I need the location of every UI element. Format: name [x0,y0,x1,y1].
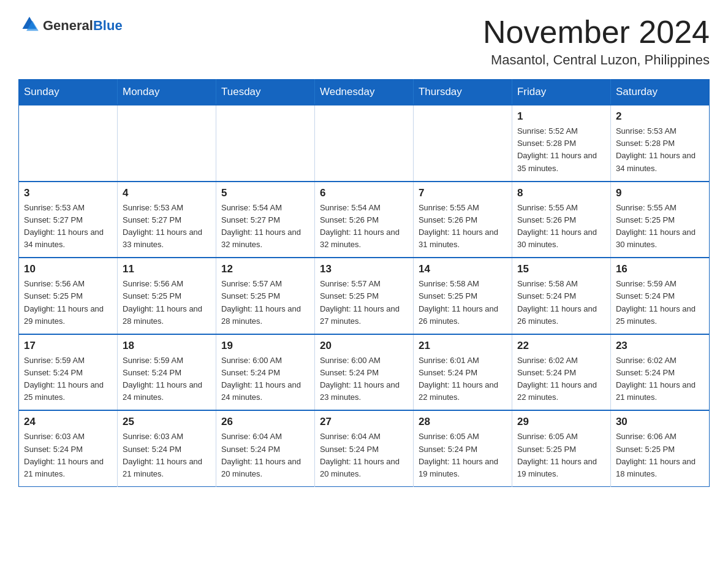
calendar-cell [216,105,314,182]
day-info: Sunrise: 5:58 AMSunset: 5:25 PMDaylight:… [419,278,507,327]
day-info: Sunrise: 5:57 AMSunset: 5:25 PMDaylight:… [320,278,408,327]
day-number: 15 [517,263,605,275]
day-info: Sunrise: 6:04 AMSunset: 5:24 PMDaylight:… [221,431,309,480]
day-info: Sunrise: 6:00 AMSunset: 5:24 PMDaylight:… [221,354,309,404]
day-number: 16 [616,263,704,275]
weekday-header-tuesday: Tuesday [216,80,314,105]
day-info: Sunrise: 6:06 AMSunset: 5:25 PMDaylight:… [616,431,704,480]
calendar-cell [117,105,216,182]
calendar-cell: 11Sunrise: 5:56 AMSunset: 5:25 PMDayligh… [117,258,216,334]
day-info: Sunrise: 5:58 AMSunset: 5:24 PMDaylight:… [517,278,605,327]
day-number: 2 [616,110,704,123]
day-number: 19 [221,340,309,352]
title-area: November 2024 Masantol, Central Luzon, P… [483,15,710,68]
weekday-header-monday: Monday [117,80,216,105]
calendar-table: SundayMondayTuesdayWednesdayThursdayFrid… [18,79,710,487]
day-info: Sunrise: 5:59 AMSunset: 5:24 PMDaylight:… [24,354,112,404]
day-info: Sunrise: 5:55 AMSunset: 5:26 PMDaylight:… [517,202,605,251]
day-number: 30 [616,416,704,428]
subtitle: Masantol, Central Luzon, Philippines [483,52,710,68]
day-info: Sunrise: 6:05 AMSunset: 5:25 PMDaylight:… [517,431,605,480]
day-number: 14 [419,263,507,275]
calendar-cell [413,105,512,182]
day-number: 25 [123,416,211,428]
calendar-cell: 6Sunrise: 5:54 AMSunset: 5:26 PMDaylight… [314,182,413,258]
calendar-cell: 24Sunrise: 6:03 AMSunset: 5:24 PMDayligh… [19,410,118,486]
calendar-cell: 7Sunrise: 5:55 AMSunset: 5:26 PMDaylight… [413,182,512,258]
calendar-week-row: 10Sunrise: 5:56 AMSunset: 5:25 PMDayligh… [19,258,710,334]
day-number: 27 [320,416,408,428]
calendar-cell: 13Sunrise: 5:57 AMSunset: 5:25 PMDayligh… [314,258,413,334]
calendar-cell: 26Sunrise: 6:04 AMSunset: 5:24 PMDayligh… [216,410,314,486]
calendar-cell: 23Sunrise: 6:02 AMSunset: 5:24 PMDayligh… [610,334,709,411]
page-title: November 2024 [483,15,710,50]
calendar-week-row: 1Sunrise: 5:52 AMSunset: 5:28 PMDaylight… [19,105,710,182]
calendar-cell: 19Sunrise: 6:00 AMSunset: 5:24 PMDayligh… [216,334,314,411]
calendar-cell: 10Sunrise: 5:56 AMSunset: 5:25 PMDayligh… [19,258,118,334]
calendar-cell: 25Sunrise: 6:03 AMSunset: 5:24 PMDayligh… [117,410,216,486]
day-number: 20 [320,340,408,352]
day-number: 18 [123,340,211,352]
day-number: 21 [419,340,507,352]
day-info: Sunrise: 6:04 AMSunset: 5:24 PMDaylight:… [320,431,408,480]
day-number: 29 [517,416,605,428]
day-number: 9 [616,187,704,199]
day-info: Sunrise: 5:55 AMSunset: 5:26 PMDaylight:… [419,202,507,251]
logo-area: GeneralBlue [18,15,123,37]
day-info: Sunrise: 5:54 AMSunset: 5:26 PMDaylight:… [320,202,408,251]
day-number: 26 [221,416,309,428]
logo-text: GeneralBlue [43,18,123,33]
day-number: 23 [616,340,704,352]
calendar-cell [19,105,118,182]
logo-icon [18,15,40,37]
day-info: Sunrise: 6:02 AMSunset: 5:24 PMDaylight:… [517,354,605,404]
day-info: Sunrise: 5:56 AMSunset: 5:25 PMDaylight:… [123,278,211,327]
calendar-cell: 8Sunrise: 5:55 AMSunset: 5:26 PMDaylight… [512,182,610,258]
weekday-header-row: SundayMondayTuesdayWednesdayThursdayFrid… [19,80,710,105]
day-info: Sunrise: 6:02 AMSunset: 5:24 PMDaylight:… [616,354,704,404]
calendar-cell: 14Sunrise: 5:58 AMSunset: 5:25 PMDayligh… [413,258,512,334]
calendar-cell: 5Sunrise: 5:54 AMSunset: 5:27 PMDaylight… [216,182,314,258]
day-info: Sunrise: 5:59 AMSunset: 5:24 PMDaylight:… [123,354,211,404]
day-number: 17 [24,340,112,352]
calendar-cell: 12Sunrise: 5:57 AMSunset: 5:25 PMDayligh… [216,258,314,334]
calendar-cell: 28Sunrise: 6:05 AMSunset: 5:24 PMDayligh… [413,410,512,486]
day-number: 24 [24,416,112,428]
day-number: 1 [517,110,605,123]
weekday-header-friday: Friday [512,80,610,105]
day-info: Sunrise: 6:03 AMSunset: 5:24 PMDaylight:… [24,431,112,480]
day-number: 13 [320,263,408,275]
calendar-cell: 22Sunrise: 6:02 AMSunset: 5:24 PMDayligh… [512,334,610,411]
calendar-week-row: 3Sunrise: 5:53 AMSunset: 5:27 PMDaylight… [19,182,710,258]
weekday-header-wednesday: Wednesday [314,80,413,105]
calendar-cell: 27Sunrise: 6:04 AMSunset: 5:24 PMDayligh… [314,410,413,486]
day-info: Sunrise: 5:53 AMSunset: 5:27 PMDaylight:… [24,202,112,251]
day-info: Sunrise: 6:03 AMSunset: 5:24 PMDaylight:… [123,431,211,480]
day-number: 7 [419,187,507,199]
calendar-cell: 3Sunrise: 5:53 AMSunset: 5:27 PMDaylight… [19,182,118,258]
day-info: Sunrise: 5:57 AMSunset: 5:25 PMDaylight:… [221,278,309,327]
day-number: 5 [221,187,309,199]
day-info: Sunrise: 5:53 AMSunset: 5:28 PMDaylight:… [616,125,704,175]
day-info: Sunrise: 5:55 AMSunset: 5:25 PMDaylight:… [616,202,704,251]
day-number: 28 [419,416,507,428]
calendar-cell: 21Sunrise: 6:01 AMSunset: 5:24 PMDayligh… [413,334,512,411]
day-info: Sunrise: 5:52 AMSunset: 5:28 PMDaylight:… [517,125,605,175]
day-number: 22 [517,340,605,352]
calendar-cell: 9Sunrise: 5:55 AMSunset: 5:25 PMDaylight… [610,182,709,258]
day-info: Sunrise: 5:56 AMSunset: 5:25 PMDaylight:… [24,278,112,327]
calendar-cell [314,105,413,182]
calendar-cell: 17Sunrise: 5:59 AMSunset: 5:24 PMDayligh… [19,334,118,411]
calendar-cell: 15Sunrise: 5:58 AMSunset: 5:24 PMDayligh… [512,258,610,334]
calendar-cell: 1Sunrise: 5:52 AMSunset: 5:28 PMDaylight… [512,105,610,182]
weekday-header-sunday: Sunday [19,80,118,105]
weekday-header-thursday: Thursday [413,80,512,105]
day-number: 12 [221,263,309,275]
weekday-header-saturday: Saturday [610,80,709,105]
day-info: Sunrise: 6:05 AMSunset: 5:24 PMDaylight:… [419,431,507,480]
day-number: 4 [123,187,211,199]
day-number: 11 [123,263,211,275]
day-info: Sunrise: 6:00 AMSunset: 5:24 PMDaylight:… [320,354,408,404]
day-info: Sunrise: 6:01 AMSunset: 5:24 PMDaylight:… [419,354,507,404]
header: GeneralBlue November 2024 Masantol, Cent… [18,15,710,68]
